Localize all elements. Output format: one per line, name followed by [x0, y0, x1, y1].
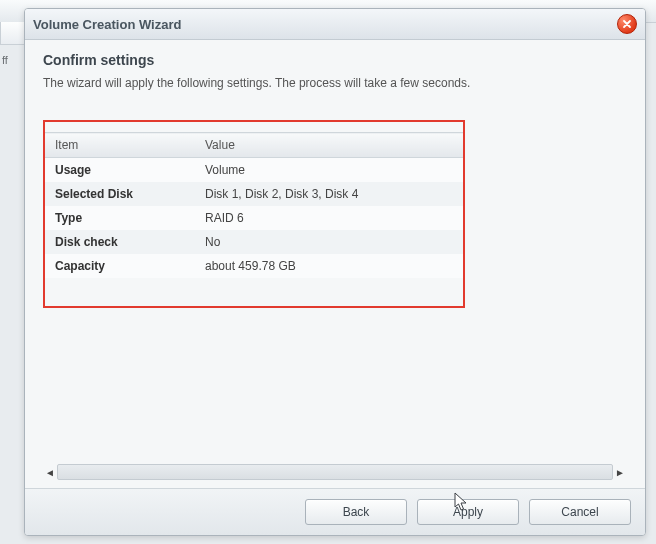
dialog-title: Volume Creation Wizard [33, 17, 181, 32]
close-button[interactable] [617, 14, 637, 34]
row-value: about 459.78 GB [195, 254, 463, 278]
step-description: The wizard will apply the following sett… [43, 76, 627, 90]
cancel-button[interactable]: Cancel [529, 499, 631, 525]
dialog-footer: Back Apply Cancel [25, 488, 645, 535]
horizontal-scrollbar[interactable]: ◄ ► [43, 464, 627, 480]
scroll-track[interactable] [57, 464, 613, 480]
row-value: RAID 6 [195, 206, 463, 230]
row-key: Disk check [45, 230, 195, 254]
row-value: No [195, 230, 463, 254]
table-header-row: Item Value [45, 133, 463, 158]
table-row: Type RAID 6 [45, 206, 463, 230]
dialog-content: Confirm settings The wizard will apply t… [25, 40, 645, 488]
header-item: Item [45, 133, 195, 158]
row-key: Type [45, 206, 195, 230]
table-row: Capacity about 459.78 GB [45, 254, 463, 278]
volume-creation-wizard-dialog: Volume Creation Wizard Confirm settings … [24, 8, 646, 536]
settings-table: Item Value Usage Volume Selected Disk Di… [45, 132, 463, 278]
back-button[interactable]: Back [305, 499, 407, 525]
row-key: Selected Disk [45, 182, 195, 206]
step-title: Confirm settings [43, 52, 627, 68]
table-row: Selected Disk Disk 1, Disk 2, Disk 3, Di… [45, 182, 463, 206]
dialog-titlebar: Volume Creation Wizard [25, 9, 645, 40]
scroll-right-arrow-icon[interactable]: ► [613, 465, 627, 479]
settings-highlight-box: Item Value Usage Volume Selected Disk Di… [43, 120, 465, 308]
row-key: Capacity [45, 254, 195, 278]
apply-button[interactable]: Apply [417, 499, 519, 525]
scroll-left-arrow-icon[interactable]: ◄ [43, 465, 57, 479]
table-row: Usage Volume [45, 158, 463, 183]
row-value: Disk 1, Disk 2, Disk 3, Disk 4 [195, 182, 463, 206]
table-row: Disk check No [45, 230, 463, 254]
header-value: Value [195, 133, 463, 158]
background-faint-text: ff [2, 54, 8, 66]
row-key: Usage [45, 158, 195, 183]
content-spacer [43, 308, 627, 464]
close-icon [622, 19, 632, 29]
row-value: Volume [195, 158, 463, 183]
